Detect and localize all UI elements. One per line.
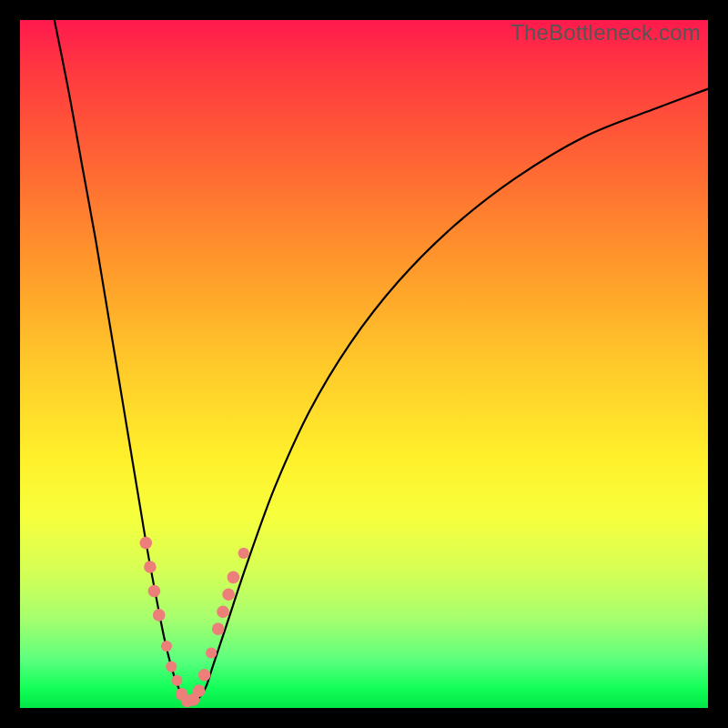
curve-marker (212, 622, 225, 635)
curve-marker (161, 641, 172, 652)
curve-marker (238, 548, 249, 559)
curve-marker (148, 585, 161, 598)
curve-marker (153, 609, 166, 622)
curve-marker (228, 571, 240, 584)
curve-marker (166, 662, 177, 672)
curve-marker (217, 605, 229, 618)
curve-layer (20, 20, 708, 708)
curve-marker (222, 589, 235, 602)
curve-marker (193, 684, 206, 697)
bottleneck-curve (55, 20, 708, 701)
curve-marker (198, 669, 211, 682)
curve-marker (171, 675, 182, 686)
chart-frame: TheBottleneck.com (0, 0, 728, 728)
curve-marker (140, 537, 153, 550)
curve-marker (144, 561, 157, 573)
curve-marker (206, 647, 217, 658)
marker-group (140, 537, 249, 707)
plot-area: TheBottleneck.com (20, 20, 708, 708)
